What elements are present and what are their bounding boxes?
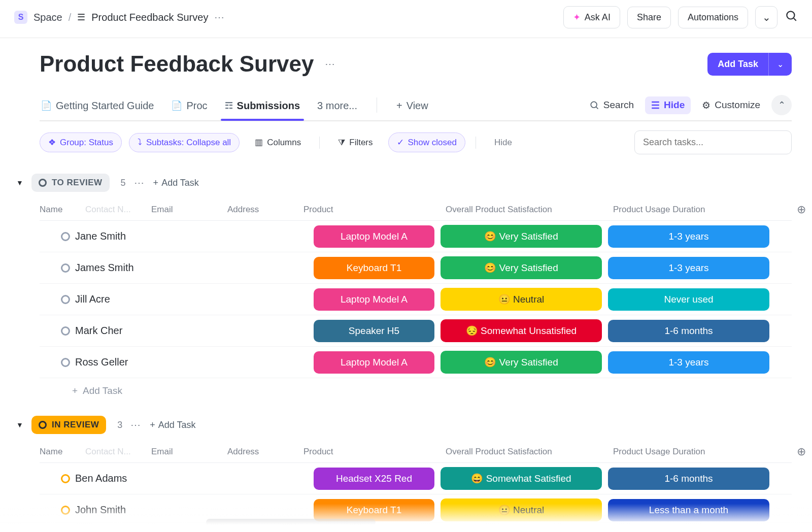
satisfaction-tag[interactable]: 😐 Neutral — [441, 288, 602, 311]
product-tag[interactable]: Laptop Model A — [314, 288, 434, 311]
satisfaction-tag[interactable]: 😔 Somewhat Unsatisfied — [441, 319, 602, 342]
duration-tag[interactable]: Never used — [608, 288, 769, 311]
tab-submissions[interactable]: ☶Submissions — [224, 96, 301, 120]
show-closed-pill[interactable]: ✓Show closed — [388, 132, 465, 152]
add-task-row[interactable]: +Add Task — [40, 378, 792, 402]
ask-ai-button[interactable]: ✦Ask AI — [563, 6, 620, 28]
col-address[interactable]: Address — [227, 205, 303, 215]
col-satisfaction[interactable]: Overall Product Satisfaction — [446, 447, 613, 457]
task-name[interactable]: Jill Acre — [65, 293, 314, 305]
duration-tag[interactable]: 1-6 months — [608, 468, 769, 490]
space-badge[interactable]: S — [14, 11, 27, 24]
col-name[interactable]: Name — [40, 205, 85, 215]
filters-button[interactable]: ⧩Filters — [330, 134, 381, 152]
task-name[interactable]: Jane Smith — [65, 230, 314, 242]
duration-tag[interactable]: Less than a month — [608, 499, 769, 521]
breadcrumb-page[interactable]: Product Feedback Survey — [91, 12, 208, 23]
plus-icon: + — [396, 100, 402, 112]
status-chip[interactable]: TO REVIEW — [31, 174, 110, 192]
automations-button[interactable]: Automations — [678, 7, 748, 28]
table-row[interactable]: Ross GellerLaptop Model A😊 Very Satisfie… — [40, 347, 792, 378]
table-row[interactable]: Jill AcreLaptop Model A😐 NeutralNever us… — [40, 284, 792, 315]
svg-line-1 — [794, 18, 796, 21]
collapse-toolbar-button[interactable]: ⌃ — [771, 95, 792, 115]
product-tag[interactable]: Keyboard T1 — [314, 257, 434, 279]
satisfaction-tag[interactable]: 😊 Very Satisfied — [441, 351, 602, 374]
task-name[interactable]: Ross Geller — [65, 356, 314, 368]
tab-more[interactable]: 3 more... — [316, 96, 358, 120]
breadcrumb-menu-icon[interactable]: ⋯ — [214, 11, 225, 23]
table-row[interactable]: Amy PerthKeyboard T1😊 Very Satisfied1-3 … — [40, 526, 792, 532]
table-row[interactable]: Mark CherSpeaker H5😔 Somewhat Unsatisfie… — [40, 315, 792, 347]
horizontal-scrollbar[interactable] — [206, 519, 376, 526]
branch-icon: ⤵ — [138, 138, 142, 148]
task-name[interactable]: John Smith — [65, 504, 314, 516]
space-label[interactable]: Space — [33, 12, 62, 23]
col-product[interactable]: Product — [303, 205, 446, 215]
more-dropdown-button[interactable]: ⌄ — [755, 6, 777, 28]
col-product[interactable]: Product — [303, 447, 446, 457]
col-satisfaction[interactable]: Overall Product Satisfaction — [446, 205, 613, 215]
search-icon[interactable] — [785, 9, 798, 26]
customize-button[interactable]: ⚙Customize — [702, 99, 760, 111]
add-view-button[interactable]: +View — [395, 96, 429, 120]
duration-tag[interactable]: 1-3 years — [608, 225, 769, 248]
group-menu-icon[interactable]: ⋯ — [134, 177, 145, 189]
add-task-inline[interactable]: +Add Task — [150, 420, 195, 430]
chevron-down-icon[interactable]: ⌄ — [768, 53, 792, 76]
satisfaction-tag[interactable]: 😐 Neutral — [441, 498, 602, 521]
group-menu-icon[interactable]: ⋯ — [130, 419, 142, 431]
col-duration[interactable]: Product Usage Duration — [613, 447, 781, 457]
duration-tag[interactable]: 1-3 years — [608, 257, 769, 279]
duration-tag[interactable]: 1-3 years — [608, 530, 769, 533]
group-in_review: ▼IN REVIEW3⋯+Add TaskNameContact N...Ema… — [40, 416, 792, 532]
hide-button[interactable]: ☰Hide — [645, 96, 691, 114]
duration-tag[interactable]: 1-3 years — [608, 351, 769, 374]
status-chip[interactable]: IN REVIEW — [31, 416, 106, 434]
add-task-button[interactable]: Add Task ⌄ — [707, 53, 792, 76]
product-tag[interactable]: Keyboard T1 — [314, 499, 434, 521]
product-tag[interactable]: Speaker H5 — [314, 320, 434, 342]
share-button[interactable]: Share — [627, 7, 671, 28]
task-name[interactable]: Mark Cher — [65, 325, 314, 337]
add-column-icon[interactable]: ⊕ — [781, 203, 811, 216]
task-name[interactable]: Ben Adams — [65, 473, 314, 484]
subtasks-pill[interactable]: ⤵Subtasks: Collapse all — [129, 133, 240, 152]
product-tag[interactable]: Headset X25 Red — [314, 468, 434, 490]
task-name[interactable]: James Smith — [65, 262, 314, 274]
tab-proc[interactable]: 📄Proc — [170, 96, 208, 120]
col-contact[interactable]: Contact N... — [85, 447, 151, 457]
col-duration[interactable]: Product Usage Duration — [613, 205, 781, 215]
table-row[interactable]: John SmithKeyboard T1😐 NeutralLess than … — [40, 494, 792, 526]
product-tag[interactable]: Laptop Model A — [314, 351, 434, 374]
page-menu-icon[interactable]: ⋯ — [325, 58, 336, 70]
search-tasks-input[interactable] — [634, 130, 792, 154]
satisfaction-tag[interactable]: 😊 Very Satisfied — [441, 225, 602, 248]
satisfaction-tag[interactable]: 😄 Somewhat Satisfied — [441, 467, 602, 490]
table-row[interactable]: James SmithKeyboard T1😊 Very Satisfied1-… — [40, 252, 792, 284]
search-button[interactable]: Search — [589, 99, 634, 111]
col-address[interactable]: Address — [227, 447, 303, 457]
product-tag[interactable]: Laptop Model A — [314, 225, 434, 248]
hide-filters-button[interactable]: Hide — [486, 134, 520, 152]
col-email[interactable]: Email — [151, 447, 227, 457]
collapse-icon[interactable]: ▼ — [16, 421, 23, 429]
col-name[interactable]: Name — [40, 447, 85, 457]
collapse-icon[interactable]: ▼ — [16, 179, 23, 187]
product-tag[interactable]: Keyboard T1 — [314, 530, 434, 533]
duration-tag[interactable]: 1-6 months — [608, 320, 769, 342]
table-row[interactable]: Jane SmithLaptop Model A😊 Very Satisfied… — [40, 221, 792, 252]
col-email[interactable]: Email — [151, 205, 227, 215]
filter-icon: ⧩ — [338, 138, 345, 148]
columns-button[interactable]: ▥Columns — [247, 133, 309, 152]
add-task-inline[interactable]: +Add Task — [153, 178, 199, 188]
topbar: S Space / ☰ Product Feedback Survey ⋯ ✦A… — [0, 0, 812, 38]
col-contact[interactable]: Contact N... — [85, 205, 151, 215]
add-column-icon[interactable]: ⊕ — [781, 445, 811, 458]
table-row[interactable]: Ben AdamsHeadset X25 Red😄 Somewhat Satis… — [40, 463, 792, 494]
group-by-pill[interactable]: ❖Group: Status — [40, 132, 122, 152]
satisfaction-tag[interactable]: 😊 Very Satisfied — [441, 256, 602, 279]
satisfaction-tag[interactable]: 😊 Very Satisfied — [441, 530, 602, 532]
tab-getting-started[interactable]: 📄Getting Started Guide — [40, 96, 155, 120]
divider — [319, 137, 320, 149]
